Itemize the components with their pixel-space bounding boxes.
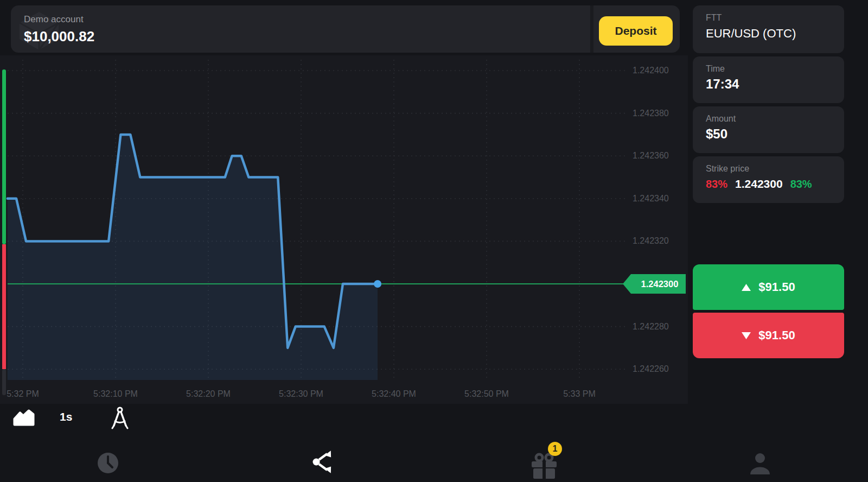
strike-label: Strike price (706, 164, 844, 174)
asset-type-label: FTT (706, 13, 844, 23)
strike-price-panel[interactable]: Strike price 83% 1.242300 83% (693, 156, 844, 203)
chart-type-button[interactable] (13, 409, 35, 428)
svg-text:1.242320: 1.242320 (633, 236, 669, 245)
payout-percent-down: 83% (706, 178, 727, 191)
amount-value: $50 (706, 126, 844, 142)
svg-text:5:32:50 PM: 5:32:50 PM (464, 389, 509, 398)
svg-text:5:32:20 PM: 5:32:20 PM (186, 389, 231, 398)
account-balance[interactable]: $10,000.82 (24, 28, 94, 45)
payout-percent-up: 83% (790, 178, 812, 191)
gauge-track (2, 369, 6, 395)
person-icon (748, 452, 773, 475)
amount-label: Amount (706, 114, 844, 124)
svg-text:5:33 PM: 5:33 PM (563, 389, 596, 398)
sentiment-gauge (2, 69, 6, 395)
call-button[interactable]: $91.50 (693, 264, 844, 310)
svg-text:1.242340: 1.242340 (633, 194, 669, 203)
amount-selector[interactable]: Amount $50 (693, 106, 844, 153)
svg-text:1.242300: 1.242300 (641, 279, 679, 289)
strike-price-tag: 1.242300 (623, 274, 686, 294)
compass-icon (110, 406, 130, 430)
strike-price-value: 1.242300 (735, 177, 783, 191)
expand-arrows-icon (310, 449, 336, 474)
profile-button[interactable] (748, 452, 773, 477)
gauge-green-segment (2, 69, 6, 244)
time-label: Time (706, 64, 844, 74)
top-bar-divider (590, 5, 593, 53)
put-button[interactable]: $91.50 (693, 313, 844, 358)
account-type-label[interactable]: Demo account (24, 14, 84, 25)
current-price-dot (374, 280, 381, 288)
svg-text:5:32:10 PM: 5:32:10 PM (93, 389, 138, 398)
svg-text:1.242360: 1.242360 (633, 151, 669, 160)
area-chart-icon (13, 409, 35, 427)
svg-text:1.242380: 1.242380 (633, 109, 669, 118)
drawing-tools-button[interactable] (110, 406, 130, 432)
promotions-button[interactable]: 1 (527, 448, 561, 481)
svg-text:1.242400: 1.242400 (633, 66, 669, 75)
gift-badge: 1 (548, 442, 562, 456)
arrow-down-icon (742, 332, 751, 339)
svg-text:1.242280: 1.242280 (633, 322, 669, 331)
clock-icon (96, 451, 120, 475)
asset-name: EUR/USD (OTC) (706, 27, 844, 41)
svg-text:5:32:30 PM: 5:32:30 PM (279, 389, 323, 398)
svg-text:5:32 PM: 5:32 PM (7, 389, 39, 398)
asset-selector[interactable]: FTT EUR/USD (OTC) (693, 5, 844, 53)
time-selector[interactable]: Time 17:34 (693, 56, 844, 103)
x-axis-labels: 5:32 PM5:32:10 PM5:32:20 PM5:32:30 PM5:3… (7, 389, 596, 398)
arrow-up-icon (742, 284, 751, 291)
gauge-red-segment (2, 244, 6, 369)
call-button-label: $91.50 (758, 280, 795, 294)
trade-history-button[interactable] (96, 451, 120, 477)
time-value: 17:34 (706, 77, 844, 92)
svg-text:1.242260: 1.242260 (633, 364, 669, 373)
svg-text:5:32:40 PM: 5:32:40 PM (372, 389, 416, 398)
put-button-label: $91.50 (758, 328, 795, 343)
expand-chart-button[interactable] (310, 449, 336, 476)
top-bar (11, 5, 680, 53)
interval-button[interactable]: 1s (60, 410, 72, 423)
deposit-button[interactable]: Deposit (599, 16, 673, 46)
